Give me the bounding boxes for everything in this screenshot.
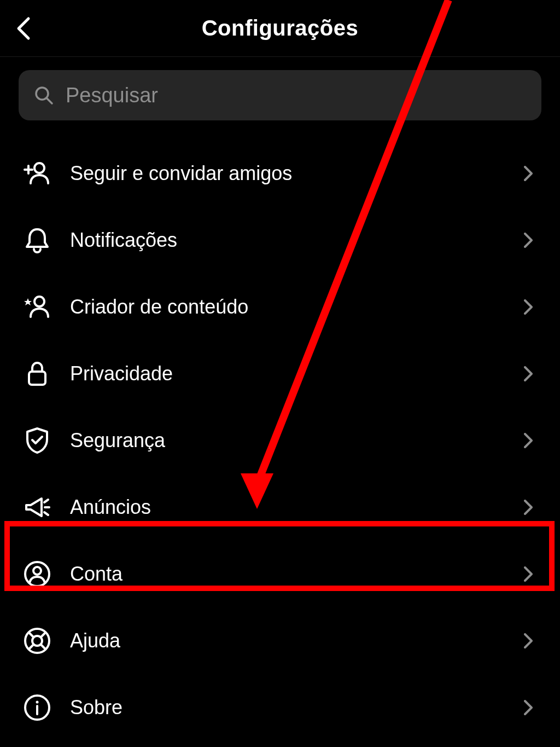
svg-line-17 [41, 645, 46, 650]
menu-item-label: Privacidade [57, 362, 522, 385]
svg-rect-6 [29, 372, 45, 385]
chevron-right-icon [522, 300, 535, 314]
svg-line-14 [28, 632, 33, 637]
menu-item-label: Seguir e convidar amigos [57, 162, 522, 185]
menu-item-security[interactable]: Segurança [19, 407, 541, 474]
menu-item-help[interactable]: Ajuda [19, 607, 541, 674]
chevron-right-icon [522, 634, 535, 647]
lock-icon [23, 360, 57, 388]
menu-item-ads[interactable]: Anúncios [19, 474, 541, 541]
chevron-right-icon [522, 701, 535, 714]
chevron-right-icon [522, 434, 535, 447]
info-circle-icon [23, 693, 57, 722]
lifebuoy-icon [23, 627, 57, 655]
menu-item-about[interactable]: Sobre [19, 674, 541, 741]
chevron-right-icon [522, 367, 535, 380]
back-button[interactable] [12, 18, 34, 39]
svg-line-1 [47, 99, 52, 103]
menu-item-label: Sobre [57, 696, 522, 719]
settings-list: Seguir e convidar amigos Notificações [19, 140, 541, 741]
svg-point-19 [36, 701, 39, 704]
menu-item-label: Criador de conteúdo [57, 296, 522, 319]
svg-point-11 [33, 567, 41, 575]
chevron-right-icon [522, 501, 535, 514]
menu-item-label: Conta [57, 563, 522, 586]
add-person-icon [23, 159, 57, 188]
menu-item-creator[interactable]: Criador de conteúdo [19, 274, 541, 340]
svg-point-2 [34, 163, 44, 173]
chevron-left-icon [15, 16, 31, 40]
menu-item-follow-invite[interactable]: Seguir e convidar amigos [19, 140, 541, 207]
bell-icon [23, 226, 57, 254]
search-icon [34, 85, 54, 105]
chevron-right-icon [522, 568, 535, 581]
shield-check-icon [23, 426, 57, 455]
search-bar[interactable] [19, 70, 541, 120]
megaphone-icon [23, 493, 57, 522]
svg-line-9 [44, 512, 48, 515]
svg-line-8 [44, 500, 48, 502]
svg-line-16 [28, 645, 33, 650]
svg-point-5 [34, 297, 44, 306]
chevron-right-icon [522, 167, 535, 180]
content: Seguir e convidar amigos Notificações [0, 57, 560, 741]
star-person-icon [23, 293, 57, 321]
menu-item-label: Anúncios [57, 496, 522, 519]
menu-item-label: Segurança [57, 429, 522, 452]
menu-item-account[interactable]: Conta [19, 541, 541, 607]
svg-point-0 [36, 88, 48, 100]
svg-point-13 [32, 636, 42, 646]
svg-line-15 [41, 632, 46, 637]
menu-item-label: Ajuda [57, 629, 522, 652]
account-circle-icon [23, 560, 57, 588]
menu-item-label: Notificações [57, 229, 522, 252]
menu-item-privacy[interactable]: Privacidade [19, 340, 541, 407]
menu-item-notifications[interactable]: Notificações [19, 207, 541, 274]
chevron-right-icon [522, 234, 535, 247]
search-input[interactable] [66, 84, 526, 107]
page-title: Configurações [0, 16, 560, 40]
header: Configurações [0, 0, 560, 57]
